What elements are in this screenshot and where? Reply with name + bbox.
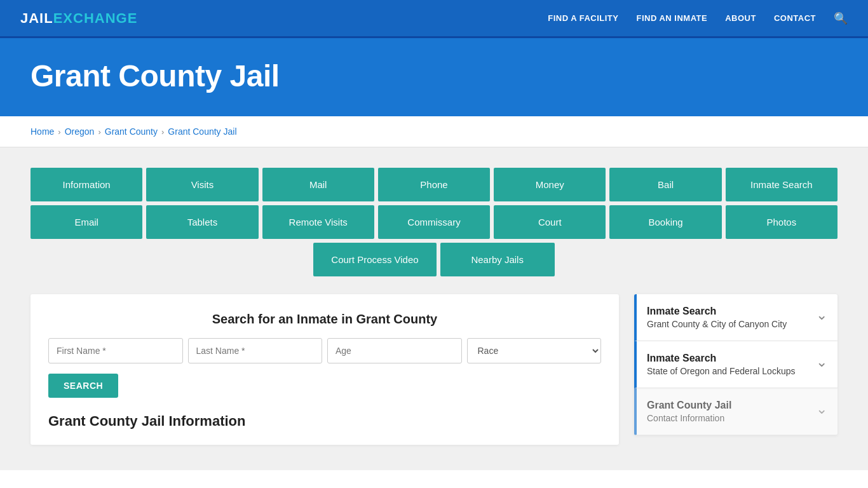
- search-button[interactable]: SEARCH: [48, 374, 118, 398]
- btn-commissary[interactable]: Commissary: [378, 205, 490, 239]
- breadcrumb: Home › Oregon › Grant County › Grant Cou…: [0, 116, 868, 147]
- breadcrumb-sep-2: ›: [98, 127, 100, 137]
- grid-row-3: Court Process Video Nearby Jails: [31, 243, 837, 276]
- logo-exchange: EXCHANGE: [53, 10, 138, 27]
- btn-nearby-jails[interactable]: Nearby Jails: [440, 243, 555, 276]
- sidebar-card-contact-info[interactable]: Grant County Jail Contact Information ⌄: [634, 388, 837, 435]
- breadcrumb-sep-3: ›: [161, 127, 164, 137]
- btn-bail[interactable]: Bail: [609, 168, 721, 201]
- chevron-down-icon-0: ⌄: [816, 307, 827, 323]
- logo[interactable]: JAILEXCHANGE: [20, 10, 137, 27]
- btn-phone[interactable]: Phone: [378, 168, 490, 201]
- navbar: JAILEXCHANGE FIND A FACILITY FIND AN INM…: [0, 0, 868, 38]
- sidebar-card-inmate-search-oregon[interactable]: Inmate Search State of Oregon and Federa…: [634, 341, 837, 388]
- sidebar-sub-2: Contact Information: [647, 413, 731, 423]
- breadcrumb-current: Grant County Jail: [168, 126, 236, 137]
- sidebar: Inmate Search Grant County & City of Can…: [634, 294, 837, 445]
- breadcrumb-grant-county[interactable]: Grant County: [105, 126, 158, 137]
- content-columns: Search for an Inmate in Grant County Rac…: [31, 294, 837, 445]
- page-title: Grant County Jail: [31, 58, 837, 93]
- breadcrumb-sep-1: ›: [58, 127, 60, 137]
- btn-visits[interactable]: Visits: [146, 168, 258, 201]
- search-title: Search for an Inmate in Grant County: [48, 312, 601, 327]
- btn-booking[interactable]: Booking: [609, 205, 721, 239]
- inmate-search-section: Search for an Inmate in Grant County Rac…: [31, 294, 619, 445]
- grid-row-2: Email Tablets Remote Visits Commissary C…: [31, 205, 837, 239]
- section-title: Grant County Jail Information: [48, 413, 601, 430]
- nav-links: FIND A FACILITY FIND AN INMATE ABOUT CON…: [548, 11, 848, 25]
- nav-find-inmate[interactable]: FIND AN INMATE: [636, 13, 707, 23]
- sidebar-label-2: Grant County Jail: [647, 400, 731, 411]
- main-area: Information Visits Mail Phone Money Bail…: [0, 147, 868, 470]
- search-fields: Race White Black Hispanic Asian Native A…: [48, 338, 601, 363]
- sidebar-label-1: Inmate Search: [647, 353, 795, 364]
- grid-row-1: Information Visits Mail Phone Money Bail…: [31, 168, 837, 201]
- btn-information[interactable]: Information: [31, 168, 142, 201]
- btn-email[interactable]: Email: [31, 205, 142, 239]
- chevron-down-icon-2: ⌄: [816, 401, 827, 417]
- nav-find-facility[interactable]: FIND A FACILITY: [548, 13, 618, 23]
- btn-remote-visits[interactable]: Remote Visits: [262, 205, 374, 239]
- breadcrumb-oregon[interactable]: Oregon: [65, 126, 95, 137]
- hero-section: Grant County Jail: [0, 38, 868, 116]
- nav-about[interactable]: ABOUT: [725, 13, 756, 23]
- btn-mail[interactable]: Mail: [262, 168, 374, 201]
- btn-court-process-video[interactable]: Court Process Video: [313, 243, 436, 276]
- sidebar-card-inmate-search-grant[interactable]: Inmate Search Grant County & City of Can…: [634, 294, 837, 341]
- nav-contact[interactable]: CONTACT: [774, 13, 816, 23]
- breadcrumb-home[interactable]: Home: [31, 126, 54, 137]
- sidebar-sub-1: State of Oregon and Federal Lockups: [647, 366, 795, 376]
- sidebar-label-0: Inmate Search: [647, 306, 787, 317]
- sidebar-sub-0: Grant County & City of Canyon City: [647, 319, 787, 329]
- btn-photos[interactable]: Photos: [726, 205, 837, 239]
- btn-court[interactable]: Court: [494, 205, 606, 239]
- chevron-down-icon-1: ⌄: [816, 354, 827, 370]
- btn-inmate-search[interactable]: Inmate Search: [726, 168, 837, 201]
- age-input[interactable]: [327, 338, 462, 363]
- btn-money[interactable]: Money: [494, 168, 606, 201]
- race-select[interactable]: Race White Black Hispanic Asian Native A…: [467, 338, 602, 363]
- first-name-input[interactable]: [48, 338, 183, 363]
- btn-tablets[interactable]: Tablets: [146, 205, 258, 239]
- search-icon[interactable]: 🔍: [834, 11, 848, 25]
- last-name-input[interactable]: [188, 338, 323, 363]
- logo-jail: JAIL: [20, 10, 53, 27]
